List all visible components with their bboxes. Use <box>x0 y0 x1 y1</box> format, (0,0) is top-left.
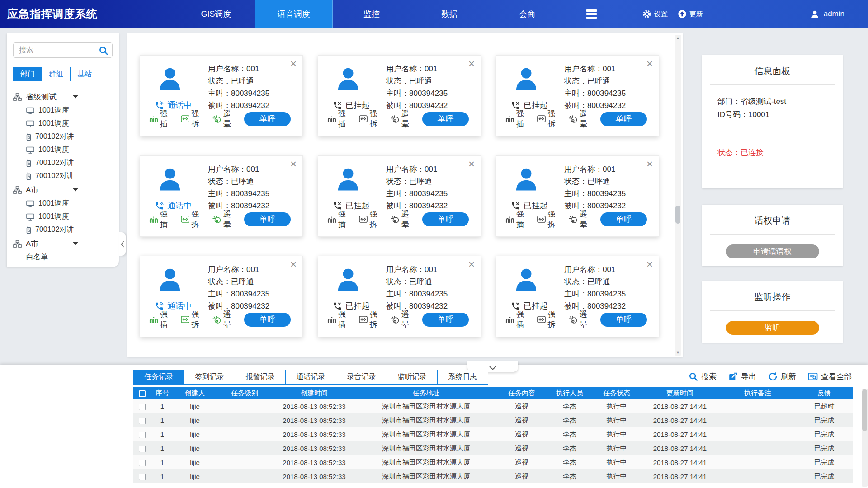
remote-stun-button[interactable]: 遥晕 <box>391 209 416 230</box>
table-scroll-thumb[interactable] <box>862 389 867 431</box>
sidebar-tab-3[interactable]: 基站 <box>70 67 99 81</box>
user-menu[interactable]: admin <box>810 9 844 19</box>
force-break-button[interactable]: 强拆 <box>359 309 384 330</box>
force-insert-button[interactable]: 强插 <box>149 309 175 330</box>
record-tab-7[interactable]: 系统日志 <box>437 370 488 385</box>
single-call-button[interactable]: 单呼 <box>600 212 647 226</box>
record-tab-1[interactable]: 任务记录 <box>133 370 184 385</box>
settings-button[interactable]: 设置 <box>642 9 668 19</box>
force-break-button[interactable]: 强拆 <box>537 309 562 330</box>
caret-down-icon[interactable] <box>73 95 78 99</box>
tree-item[interactable]: 1001调度 <box>13 143 113 156</box>
force-insert-button[interactable]: 强插 <box>505 309 531 330</box>
feedback-link[interactable]: 已超时 <box>796 399 853 413</box>
row-checkbox[interactable] <box>139 418 146 424</box>
tree-item[interactable]: 700102对讲 <box>13 130 113 143</box>
nav-tab-1[interactable]: GIS调度 <box>177 0 255 28</box>
tree-item[interactable]: 1001调度 <box>13 104 113 117</box>
search-icon[interactable] <box>99 46 108 57</box>
row-checkbox[interactable] <box>139 404 146 410</box>
feedback-link[interactable]: 已完成 <box>796 455 853 469</box>
sidebar-tab-1[interactable]: 部门 <box>13 67 42 81</box>
close-icon[interactable]: × <box>646 58 653 69</box>
export-button[interactable]: 导出 <box>728 371 756 382</box>
remote-stun-button[interactable]: 遥晕 <box>212 309 238 330</box>
scroll-up-arrow[interactable]: ▲ <box>675 35 681 41</box>
sidebar-tab-2[interactable]: 群组 <box>42 67 71 81</box>
remote-stun-button[interactable]: 遥晕 <box>569 309 594 330</box>
search-button[interactable]: 搜索 <box>689 371 717 382</box>
feedback-link[interactable]: 已完成 <box>796 413 853 427</box>
tree-item[interactable]: 700102对讲 <box>13 169 113 183</box>
search-input[interactable] <box>14 43 112 57</box>
single-call-button[interactable]: 单呼 <box>422 212 469 226</box>
single-call-button[interactable]: 单呼 <box>244 212 291 226</box>
row-checkbox[interactable] <box>139 432 146 438</box>
request-talk-right-button[interactable]: 申请话语权 <box>726 244 819 258</box>
record-tab-5[interactable]: 录音记录 <box>336 370 387 385</box>
tree-group[interactable]: A市 <box>13 236 113 251</box>
remote-stun-button[interactable]: 遥晕 <box>212 209 238 230</box>
close-icon[interactable]: × <box>290 159 297 169</box>
tree-item[interactable]: 1001调度 <box>13 197 113 210</box>
single-call-button[interactable]: 单呼 <box>600 112 647 126</box>
force-insert-button[interactable]: 强插 <box>505 108 531 129</box>
nav-tab-3[interactable]: 监控 <box>333 0 410 28</box>
single-call-button[interactable]: 单呼 <box>422 313 469 327</box>
close-icon[interactable]: × <box>290 58 297 69</box>
tree-item[interactable]: 1001调度 <box>13 210 113 223</box>
refresh-button[interactable]: 刷新 <box>768 371 796 382</box>
tree-group[interactable]: 省级测试 <box>13 89 113 104</box>
hamburger-menu-icon[interactable] <box>586 9 597 19</box>
close-icon[interactable]: × <box>468 159 475 169</box>
caret-down-icon[interactable] <box>73 188 78 192</box>
tree-item[interactable]: 1001调度 <box>13 117 113 130</box>
single-call-button[interactable]: 单呼 <box>244 112 291 126</box>
feedback-link[interactable]: 已完成 <box>796 469 853 483</box>
single-call-button[interactable]: 单呼 <box>244 313 291 327</box>
feedback-link[interactable]: 已完成 <box>796 427 853 441</box>
remote-stun-button[interactable]: 遥晕 <box>569 209 594 230</box>
force-insert-button[interactable]: 强插 <box>149 209 175 230</box>
record-tab-3[interactable]: 报警记录 <box>235 370 286 385</box>
select-all-checkbox[interactable] <box>139 390 146 397</box>
force-insert-button[interactable]: 强插 <box>327 309 353 330</box>
close-icon[interactable]: × <box>646 159 653 169</box>
close-icon[interactable]: × <box>646 259 653 270</box>
record-tab-6[interactable]: 监听记录 <box>387 370 438 385</box>
record-tab-4[interactable]: 通话记录 <box>285 370 336 385</box>
vertical-scrollbar[interactable]: ▲ ▼ <box>675 35 681 356</box>
force-break-button[interactable]: 强拆 <box>181 309 206 330</box>
close-icon[interactable]: × <box>468 58 475 69</box>
view-all-button[interactable]: 查看全部 <box>808 371 852 382</box>
nav-tab-5[interactable]: 会商 <box>488 0 566 28</box>
nav-tab-2[interactable]: 语音调度 <box>255 0 333 28</box>
force-insert-button[interactable]: 强插 <box>327 108 353 129</box>
scroll-down-arrow[interactable]: ▼ <box>675 349 681 356</box>
tree-item[interactable]: 白名单 <box>13 251 113 264</box>
tree-item[interactable]: 700102对讲 <box>13 223 113 236</box>
remote-stun-button[interactable]: 遥晕 <box>569 108 594 129</box>
close-icon[interactable]: × <box>468 259 475 270</box>
record-tab-2[interactable]: 签到记录 <box>184 370 235 385</box>
force-break-button[interactable]: 强拆 <box>181 209 206 230</box>
remote-stun-button[interactable]: 遥晕 <box>212 108 238 129</box>
force-break-button[interactable]: 强拆 <box>359 209 384 230</box>
scroll-thumb[interactable] <box>675 206 680 224</box>
feedback-link[interactable]: 已完成 <box>796 441 853 455</box>
row-checkbox[interactable] <box>139 446 146 452</box>
force-break-button[interactable]: 强拆 <box>537 209 562 230</box>
single-call-button[interactable]: 单呼 <box>600 313 647 327</box>
single-call-button[interactable]: 单呼 <box>422 112 469 126</box>
sidebar-collapse-handle[interactable] <box>119 232 126 256</box>
monitor-button[interactable]: 监听 <box>726 321 819 335</box>
update-button[interactable]: 更新 <box>678 9 703 19</box>
force-break-button[interactable]: 强拆 <box>537 108 562 129</box>
remote-stun-button[interactable]: 遥晕 <box>391 309 416 330</box>
tree-group[interactable]: A市 <box>13 183 113 197</box>
close-icon[interactable]: × <box>290 259 297 270</box>
force-insert-button[interactable]: 强插 <box>149 108 175 129</box>
tree-item[interactable]: 700102对讲 <box>13 156 113 169</box>
nav-tab-4[interactable]: 数据 <box>410 0 488 28</box>
force-break-button[interactable]: 强拆 <box>181 108 206 129</box>
